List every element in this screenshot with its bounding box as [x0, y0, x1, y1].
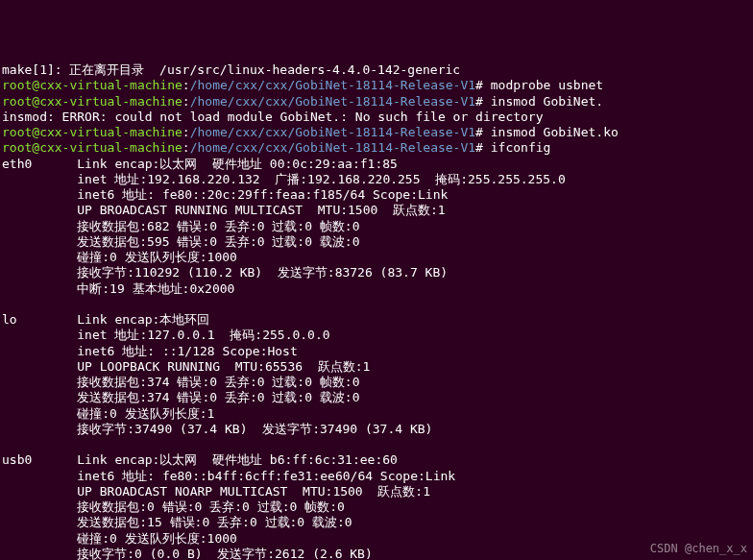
prompt-line-1: root@cxx-virtual-machine:/home/cxx/cxx/G…	[2, 78, 751, 93]
insmod-error: insmod: ERROR: could not load module Gob…	[2, 110, 751, 125]
cmd-modprobe: modprobe usbnet	[491, 78, 603, 92]
cmd-insmod-bad: insmod GobiNet.	[491, 94, 603, 109]
cmd-insmod-ok: insmod GobiNet.ko	[491, 125, 619, 139]
iface-eth0: eth0 Link encap:以太网 硬件地址 00:0c:29:aa:f1:…	[2, 157, 751, 172]
iface-usb0: usb0 Link encap:以太网 硬件地址 b6:ff:6c:31:ee:…	[2, 452, 751, 468]
prompt-line-2: root@cxx-virtual-machine:/home/cxx/cxx/G…	[2, 94, 751, 110]
iface-lo: lo Link encap:本地环回	[2, 312, 751, 328]
cmd-ifconfig: ifconfig	[491, 140, 551, 155]
prompt-line-4: root@cxx-virtual-machine:/home/cxx/cxx/G…	[2, 140, 751, 156]
make-line: make[1]: 正在离开目录 /usr/src/linux-headers-4…	[2, 62, 751, 78]
prompt-line-3: root@cxx-virtual-machine:/home/cxx/cxx/G…	[2, 125, 751, 140]
watermark: CSDN @chen_x_x	[650, 542, 747, 556]
terminal[interactable]: make[1]: 正在离开目录 /usr/src/linux-headers-4…	[2, 62, 751, 560]
